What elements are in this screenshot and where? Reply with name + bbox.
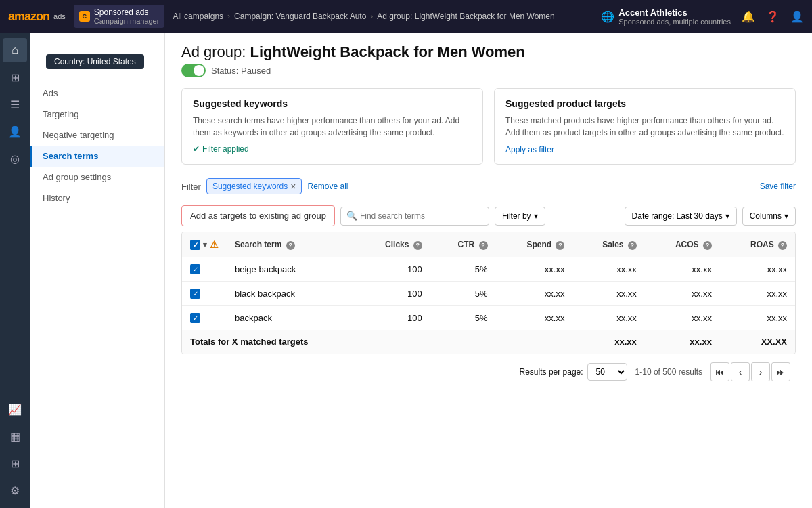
prev-page-button[interactable]: ‹ — [731, 362, 750, 381]
nav-item-targeting[interactable]: Targeting — [30, 104, 164, 125]
sidebar-list-icon[interactable]: ☰ — [3, 92, 27, 117]
th-roas-info-icon[interactable]: ? — [778, 241, 787, 250]
filter-applied-text: Filter applied — [202, 144, 249, 154]
row-search-term: black backpack — [227, 282, 355, 306]
page-area: Ad group: LightWeight Backpack for Men W… — [165, 33, 812, 508]
filter-chip-text: Suggested keywords — [212, 182, 288, 191]
date-range-chevron-icon: ▾ — [725, 211, 729, 221]
status-toggle[interactable] — [181, 64, 206, 77]
row-clicks: 100 — [355, 257, 430, 282]
th-clicks-info-icon[interactable]: ? — [413, 241, 422, 250]
row-ctr: 5% — [430, 257, 496, 282]
table-row: beige backpack 100 5% xx.xx xx.xx xx.xx … — [182, 257, 795, 282]
th-acos: ACOS ? — [645, 232, 720, 257]
status-label: Status: Paused — [211, 66, 271, 76]
row-search-term: backpack — [227, 306, 355, 331]
columns-button[interactable]: Columns ▾ — [742, 207, 796, 226]
row-acos: xx.xx — [645, 306, 720, 331]
sidebar-settings-icon[interactable]: ⚙ — [3, 478, 27, 503]
breadcrumb-all-campaigns[interactable]: All campaigns — [173, 12, 223, 21]
filter-by-button[interactable]: Filter by ▾ — [495, 207, 545, 226]
sidebar-apps-icon[interactable]: ⊞ — [3, 451, 27, 475]
th-clicks: Clicks ? — [355, 232, 430, 257]
search-input[interactable] — [357, 207, 483, 225]
th-search-term-info-icon[interactable]: ? — [286, 241, 295, 250]
last-page-button[interactable]: ⏭ — [771, 362, 790, 381]
suggestion-cards: Suggested keywords These search terms ha… — [181, 88, 796, 165]
results-per-page-select[interactable]: 50 25 100 — [587, 363, 627, 381]
totals-roas: XX.XX — [720, 330, 795, 354]
row-checkbox[interactable] — [190, 313, 200, 323]
suggested-keywords-title: Suggested keywords — [193, 98, 472, 109]
first-page-button[interactable]: ⏮ — [710, 362, 729, 381]
table-row: black backpack 100 5% xx.xx xx.xx xx.xx … — [182, 282, 795, 306]
row-sales: xx.xx — [572, 257, 644, 282]
th-ctr-label: CTR — [458, 240, 475, 249]
totals-acos: xx.xx — [645, 330, 720, 354]
totals-clicks — [355, 330, 430, 354]
row-checkbox[interactable] — [190, 264, 200, 274]
th-ctr-info-icon[interactable]: ? — [479, 241, 488, 250]
logo-sub: ads — [53, 12, 66, 20]
top-navigation: amazon ads C Sponsored ads Campaign mana… — [0, 0, 812, 33]
apply-filter-link[interactable]: Apply as filter — [505, 145, 554, 154]
status-row: Status: Paused — [181, 64, 796, 77]
pagination-buttons: ⏮ ‹ › ⏭ — [710, 362, 790, 381]
suggested-product-targets-card: Suggested product targets These matched … — [494, 88, 796, 165]
nav-item-ad-group-settings[interactable]: Ad group settings — [30, 167, 164, 188]
sidebar-bar-icon[interactable]: ▦ — [3, 424, 27, 448]
row-spend: xx.xx — [496, 306, 573, 331]
sidebar-target-icon[interactable]: ◎ — [3, 146, 27, 171]
th-sales-info-icon[interactable]: ? — [628, 241, 637, 250]
results-text: 1-10 of 500 results — [635, 367, 702, 377]
th-sales: Sales ? — [572, 232, 644, 257]
row-sales: xx.xx — [572, 306, 644, 331]
th-ctr: CTR ? — [430, 232, 496, 257]
sidebar-person-icon[interactable]: 👤 — [3, 119, 27, 144]
filter-applied-badge: ✔ Filter applied — [193, 144, 472, 154]
filter-by-label: Filter by — [502, 211, 531, 221]
help-icon[interactable]: ❓ — [766, 9, 780, 23]
search-input-wrap: 🔍 — [340, 207, 489, 226]
breadcrumb: All campaigns › Campaign: Vanguard Backp… — [173, 12, 554, 21]
nav-item-ads[interactable]: Ads — [30, 83, 164, 104]
row-ctr: 5% — [430, 282, 496, 306]
sidebar-grid-icon[interactable]: ⊞ — [3, 65, 27, 89]
th-acos-label: ACOS — [675, 240, 699, 249]
pagination-row: Results per page: 50 25 100 1-10 of 500 … — [181, 354, 796, 389]
breadcrumb-adgroup: Ad group: LightWeight Backpack for Men W… — [377, 12, 554, 21]
row-checkbox[interactable] — [190, 289, 200, 299]
filter-row: Filter Suggested keywords × Remove all S… — [181, 178, 796, 194]
page-title-prefix: Ad group: — [181, 43, 250, 60]
th-spend-info-icon[interactable]: ? — [556, 241, 564, 250]
nav-item-search-terms[interactable]: Search terms — [30, 146, 164, 167]
nav-item-negative-targeting[interactable]: Negative targeting — [30, 125, 164, 146]
th-roas: ROAS ? — [720, 232, 795, 257]
save-filter-link[interactable]: Save filter — [760, 182, 796, 191]
date-range-button[interactable]: Date range: Last 30 days ▾ — [625, 207, 737, 226]
results-per-page-label: Results per page: — [520, 367, 583, 377]
sidebar-chart-icon[interactable]: 📈 — [3, 397, 27, 421]
header-checkbox[interactable] — [190, 240, 200, 250]
remove-all-link[interactable]: Remove all — [307, 182, 348, 191]
page-title: Ad group: LightWeight Backpack for Men W… — [181, 43, 796, 61]
main-content: Country: United States Ads Targeting Neg… — [30, 33, 812, 508]
th-acos-info-icon[interactable]: ? — [703, 241, 712, 250]
filter-chip-close-icon[interactable]: × — [290, 181, 296, 192]
next-page-button[interactable]: › — [751, 362, 770, 381]
th-roas-label: ROAS — [750, 240, 774, 249]
row-ctr: 5% — [430, 306, 496, 331]
table-body: beige backpack 100 5% xx.xx xx.xx xx.xx … — [182, 257, 795, 331]
suggested-keywords-desc: These search terms have higher performan… — [193, 114, 472, 139]
notification-icon[interactable]: 🔔 — [742, 9, 755, 23]
filter-chip[interactable]: Suggested keywords × — [206, 178, 302, 194]
nav-item-history[interactable]: History — [30, 188, 164, 209]
checkbox-dropdown-icon[interactable]: ▾ — [203, 240, 207, 249]
filter-label: Filter — [181, 182, 201, 192]
sidebar-home-icon[interactable]: ⌂ — [3, 38, 27, 62]
nav-right: 🌐 Accent Athletics Sponsored ads, multip… — [601, 7, 804, 26]
profile-icon[interactable]: 👤 — [790, 9, 804, 23]
add-targets-button[interactable]: Add as targets to existing ad group — [181, 205, 335, 226]
country-badge[interactable]: Country: United States — [46, 54, 144, 69]
breadcrumb-campaign[interactable]: Campaign: Vanguard Backpack Auto — [234, 12, 366, 21]
